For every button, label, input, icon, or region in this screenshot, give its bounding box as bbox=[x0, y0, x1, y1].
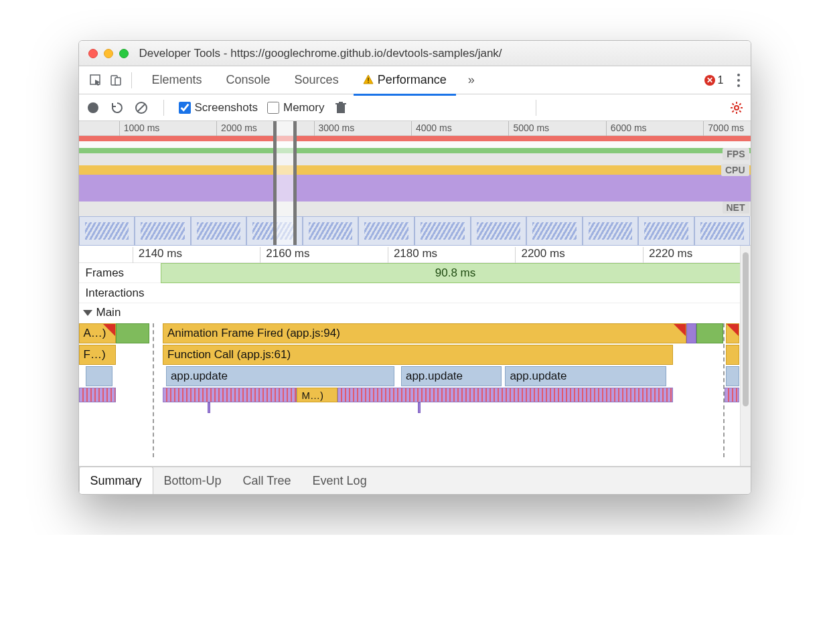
ov-tick: 4000 ms bbox=[411, 121, 452, 136]
flame-seg[interactable]: Animation Frame Fired (app.js:94) bbox=[163, 323, 686, 343]
ov-tick: 2000 ms bbox=[216, 121, 257, 136]
screenshots-input[interactable] bbox=[179, 102, 191, 114]
tab-call-tree[interactable]: Call Tree bbox=[232, 467, 302, 494]
screenshots-checkbox[interactable]: Screenshots bbox=[179, 101, 258, 114]
scrollbar[interactable] bbox=[740, 246, 751, 466]
divider bbox=[131, 72, 132, 88]
warning-icon bbox=[363, 67, 374, 95]
overview-selection[interactable] bbox=[273, 121, 297, 245]
flame-seg[interactable] bbox=[163, 388, 297, 402]
screenshot-thumb[interactable] bbox=[358, 216, 414, 246]
screenshot-thumb[interactable] bbox=[191, 216, 247, 246]
d-tick: 2180 ms bbox=[388, 247, 437, 263]
flamechart-panel[interactable]: 2140 ms 2160 ms 2180 ms 2200 ms 2220 ms … bbox=[79, 246, 751, 467]
memory-checkbox[interactable]: Memory bbox=[267, 101, 324, 114]
overview-ruler[interactable]: 1000 ms 2000 ms 3000 ms 4000 ms 5000 ms … bbox=[79, 121, 751, 136]
flame-seg[interactable] bbox=[116, 323, 149, 343]
interactions-row[interactable]: Interactions bbox=[79, 283, 751, 303]
screenshot-thumb[interactable] bbox=[638, 216, 694, 246]
screenshot-strip[interactable] bbox=[79, 216, 751, 246]
flame-seg[interactable]: app.update bbox=[401, 366, 502, 386]
flame-seg[interactable] bbox=[696, 323, 723, 343]
cpu-lane bbox=[79, 163, 751, 202]
error-indicator[interactable]: ✕ 1 bbox=[704, 74, 724, 86]
svg-line-17 bbox=[732, 110, 733, 112]
overview-timeline[interactable]: 1000 ms 2000 ms 3000 ms 4000 ms 5000 ms … bbox=[79, 121, 751, 246]
svg-rect-7 bbox=[337, 104, 345, 113]
frames-row[interactable]: Frames 90.8 ms bbox=[79, 263, 751, 283]
flame-seg[interactable]: A…) bbox=[79, 323, 116, 343]
minimize-icon[interactable] bbox=[104, 49, 113, 58]
screenshot-thumb[interactable] bbox=[526, 216, 583, 246]
flame-seg[interactable] bbox=[208, 402, 210, 413]
flame-seg[interactable]: app.update bbox=[166, 366, 394, 386]
screenshot-thumb[interactable] bbox=[79, 216, 135, 246]
perf-toolbar: Screenshots Memory bbox=[79, 94, 751, 121]
tabs-overflow-button[interactable]: » bbox=[468, 73, 475, 87]
screenshot-thumb[interactable] bbox=[135, 216, 191, 246]
error-dot-icon: ✕ bbox=[704, 75, 715, 86]
flame-seg[interactable] bbox=[726, 323, 739, 343]
clear-button[interactable] bbox=[134, 100, 149, 115]
ov-tick: 7000 ms bbox=[703, 121, 744, 136]
flame-seg[interactable]: F…) bbox=[79, 345, 116, 365]
ov-tick: 6000 ms bbox=[606, 121, 647, 136]
flame-seg[interactable]: app.update bbox=[505, 366, 666, 386]
flame-seg[interactable]: M…) bbox=[297, 388, 337, 402]
scroll-thumb[interactable] bbox=[743, 252, 749, 406]
tab-performance[interactable]: Performance bbox=[351, 66, 459, 95]
reload-button[interactable] bbox=[110, 100, 125, 115]
ov-longtask-bar bbox=[79, 136, 751, 141]
tab-summary[interactable]: Summary bbox=[79, 467, 153, 494]
close-icon[interactable] bbox=[88, 49, 98, 58]
record-button[interactable] bbox=[86, 100, 100, 115]
screenshot-thumb[interactable] bbox=[694, 216, 751, 246]
tab-sources[interactable]: Sources bbox=[283, 66, 351, 95]
svg-line-6 bbox=[137, 104, 145, 112]
svg-point-10 bbox=[735, 106, 739, 110]
settings-icon[interactable] bbox=[729, 100, 744, 115]
garbage-collect-button[interactable] bbox=[333, 100, 348, 115]
expand-icon[interactable] bbox=[83, 310, 92, 316]
flame-seg[interactable] bbox=[686, 323, 696, 343]
flame-seg[interactable] bbox=[418, 402, 421, 413]
tab-elements[interactable]: Elements bbox=[140, 66, 214, 95]
flame-seg[interactable] bbox=[79, 388, 116, 402]
top-tab-list: Elements Console Sources Performance bbox=[140, 66, 459, 95]
fps-lane bbox=[79, 148, 751, 163]
inspect-icon[interactable] bbox=[86, 74, 106, 87]
ov-tick: 3000 ms bbox=[314, 121, 355, 136]
flame-seg[interactable]: Function Call (app.js:61) bbox=[163, 345, 673, 365]
zoom-icon[interactable] bbox=[119, 49, 129, 58]
screenshot-thumb[interactable] bbox=[414, 216, 471, 246]
memory-input[interactable] bbox=[267, 102, 279, 114]
svg-line-16 bbox=[739, 110, 741, 112]
flame-seg[interactable] bbox=[337, 388, 674, 402]
tab-console[interactable]: Console bbox=[214, 66, 283, 95]
kebab-menu-icon[interactable] bbox=[733, 74, 744, 87]
flame-seg[interactable] bbox=[726, 345, 739, 365]
screenshot-thumb[interactable] bbox=[471, 216, 527, 246]
screenshot-thumb[interactable] bbox=[583, 216, 639, 246]
traffic-lights bbox=[88, 49, 129, 58]
tab-event-log[interactable]: Event Log bbox=[302, 467, 378, 494]
main-section-header[interactable]: Main bbox=[79, 303, 751, 322]
devtools-tabs: Elements Console Sources Performance » ✕… bbox=[79, 66, 751, 94]
flame-seg[interactable] bbox=[726, 366, 739, 386]
d-tick: 2160 ms bbox=[260, 247, 309, 263]
detail-ruler[interactable]: 2140 ms 2160 ms 2180 ms 2200 ms 2220 ms bbox=[79, 246, 751, 263]
d-tick: 2140 ms bbox=[133, 247, 182, 263]
flame-seg[interactable] bbox=[86, 366, 112, 386]
flame-rows[interactable]: A…) Animation Frame Fired (app.js:94) F…… bbox=[79, 323, 751, 457]
svg-rect-4 bbox=[368, 82, 369, 83]
device-toggle-icon[interactable] bbox=[106, 74, 126, 87]
flame-seg[interactable] bbox=[725, 388, 739, 402]
memory-label: Memory bbox=[283, 101, 324, 114]
svg-rect-8 bbox=[335, 103, 346, 104]
screenshot-thumb[interactable] bbox=[303, 216, 359, 246]
divider bbox=[163, 100, 164, 116]
tab-bottom-up[interactable]: Bottom-Up bbox=[153, 467, 232, 494]
frame-bar[interactable]: 90.8 ms bbox=[161, 263, 751, 283]
selection-marker[interactable] bbox=[153, 323, 154, 457]
selection-marker[interactable] bbox=[723, 323, 725, 457]
